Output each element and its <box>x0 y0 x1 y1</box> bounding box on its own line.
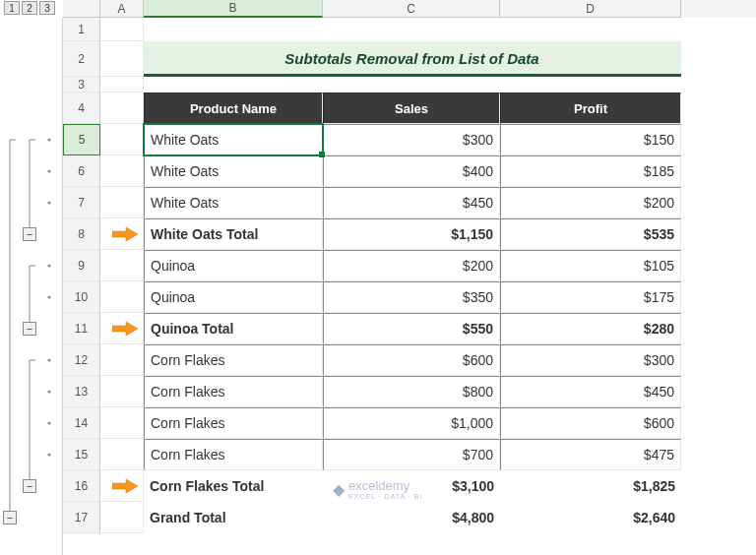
row-header-6[interactable]: 6 <box>63 155 100 187</box>
cell-sales-r10[interactable]: $350 <box>323 281 500 313</box>
cell-sales-r6[interactable]: $400 <box>323 155 500 187</box>
cell-sales-r13[interactable]: $800 <box>323 376 500 407</box>
outline-collapse-button-r17[interactable]: − <box>3 511 17 524</box>
cell-sales-r14[interactable]: $1,000 <box>323 407 500 439</box>
cell-sales-r7[interactable]: $450 <box>323 187 500 218</box>
column-header-A[interactable]: A <box>100 0 144 18</box>
row-header-11[interactable]: 11 <box>63 313 100 344</box>
header-sales[interactable]: Sales <box>323 92 500 124</box>
outline-level-toolbar: 1 2 3 <box>4 1 55 15</box>
cell-product-r17[interactable]: Grand Total <box>144 502 323 533</box>
cell-sales-r12[interactable]: $600 <box>323 344 500 376</box>
column-header-D[interactable]: D <box>500 0 681 18</box>
cell-product-r14[interactable]: Corn Flakes <box>144 407 323 439</box>
cell-A2[interactable] <box>100 41 144 77</box>
cell-product-r13[interactable]: Corn Flakes <box>144 376 323 407</box>
cell-profit-r16[interactable]: $1,825 <box>500 470 681 502</box>
svg-point-9 <box>48 265 51 268</box>
cell-profit-r8[interactable]: $535 <box>500 218 681 250</box>
outline-collapse-button-r11[interactable]: − <box>23 322 36 336</box>
cell-A9[interactable] <box>100 250 144 281</box>
cell-A17[interactable] <box>100 502 144 533</box>
cell-profit-r13[interactable]: $450 <box>500 376 681 407</box>
cell-profit-r15[interactable]: $475 <box>500 439 681 470</box>
svg-point-6 <box>48 202 51 205</box>
row-header-9[interactable]: 9 <box>63 250 100 281</box>
outline-collapse-button-r16[interactable]: − <box>23 479 36 493</box>
row-header-7[interactable]: 7 <box>63 187 100 218</box>
row-header-14[interactable]: 14 <box>63 407 100 439</box>
arrow-icon-r8 <box>112 227 138 241</box>
cell-product-r7[interactable]: White Oats <box>144 187 323 218</box>
arrow-icon-r11 <box>112 322 138 336</box>
cell-A1[interactable] <box>100 18 144 41</box>
cell-profit-r10[interactable]: $175 <box>500 281 681 313</box>
svg-point-13 <box>48 359 51 362</box>
outline-level-3-button[interactable]: 3 <box>39 1 55 15</box>
cell-profit-r5[interactable]: $150 <box>500 124 681 155</box>
outline-level-2-button[interactable]: 2 <box>22 1 37 15</box>
column-header-C[interactable]: C <box>323 0 500 18</box>
cell-profit-r7[interactable]: $200 <box>500 187 681 218</box>
cell-product-r11[interactable]: Quinoa Total <box>144 313 323 344</box>
row-header-8[interactable]: 8 <box>63 218 100 250</box>
outline-level-1-button[interactable]: 1 <box>4 1 20 15</box>
header-profit[interactable]: Profit <box>500 92 681 124</box>
svg-marker-18 <box>112 322 138 336</box>
row-header-15[interactable]: 15 <box>63 439 100 470</box>
arrow-icon-r16 <box>112 479 138 493</box>
cell-sales-r5[interactable]: $300 <box>323 124 500 155</box>
cell-product-r16[interactable]: Corn Flakes Total <box>144 470 323 502</box>
worksheet-grid[interactable]: Subtotals Removal from List of DataProdu… <box>100 18 756 555</box>
cell-product-r6[interactable]: White Oats <box>144 155 323 187</box>
outline-collapse-button-r8[interactable]: − <box>23 227 36 241</box>
row-header-10[interactable]: 10 <box>63 281 100 313</box>
cell-profit-r6[interactable]: $185 <box>500 155 681 187</box>
cell-sales-r9[interactable]: $200 <box>323 250 500 281</box>
cell-sales-r11[interactable]: $550 <box>323 313 500 344</box>
cell-profit-r12[interactable]: $300 <box>500 344 681 376</box>
title-cell[interactable]: Subtotals Removal from List of Data <box>144 41 681 77</box>
row-header-16[interactable]: 16 <box>63 470 100 502</box>
row-header-1[interactable]: 1 <box>63 18 100 41</box>
cell-A6[interactable] <box>100 155 144 187</box>
row-header-12[interactable]: 12 <box>63 344 100 376</box>
cell-A5[interactable] <box>100 124 144 155</box>
cell-A3[interactable] <box>100 77 144 92</box>
cell-A12[interactable] <box>100 344 144 376</box>
row-header-4[interactable]: 4 <box>63 92 100 124</box>
svg-point-15 <box>48 422 51 425</box>
cell-A13[interactable] <box>100 376 144 407</box>
row-header-3[interactable]: 3 <box>63 77 100 92</box>
cell-sales-r15[interactable]: $700 <box>323 439 500 470</box>
row-header-5[interactable]: 5 <box>63 124 100 155</box>
fill-handle[interactable] <box>319 152 325 157</box>
svg-point-5 <box>48 170 51 173</box>
cell-A7[interactable] <box>100 187 144 218</box>
cell-profit-r11[interactable]: $280 <box>500 313 681 344</box>
column-header-B[interactable]: B <box>144 0 323 18</box>
cell-product-r9[interactable]: Quinoa <box>144 250 323 281</box>
row-header-2[interactable]: 2 <box>63 41 100 77</box>
cell-A15[interactable] <box>100 439 144 470</box>
cell-sales-r17[interactable]: $4,800 <box>323 502 500 533</box>
cell-product-r15[interactable]: Corn Flakes <box>144 439 323 470</box>
cell-sales-r8[interactable]: $1,150 <box>323 218 500 250</box>
cell-product-r12[interactable]: Corn Flakes <box>144 344 323 376</box>
cell-profit-r9[interactable]: $105 <box>500 250 681 281</box>
svg-marker-17 <box>112 227 138 241</box>
cell-product-r8[interactable]: White Oats Total <box>144 218 323 250</box>
select-all-corner[interactable] <box>63 0 100 18</box>
cell-product-r10[interactable]: Quinoa <box>144 281 323 313</box>
cell-A14[interactable] <box>100 407 144 439</box>
cell-profit-r14[interactable]: $600 <box>500 407 681 439</box>
cell-product-r5[interactable]: White Oats <box>144 124 323 155</box>
watermark-brand: exceldemy <box>348 478 410 493</box>
header-product[interactable]: Product Name <box>144 92 323 124</box>
cell-profit-r17[interactable]: $2,640 <box>500 502 681 533</box>
cell-A10[interactable] <box>100 281 144 313</box>
cell-A4[interactable] <box>100 92 144 124</box>
outline-tree-lines <box>0 18 63 555</box>
row-header-13[interactable]: 13 <box>63 376 100 407</box>
row-header-17[interactable]: 17 <box>63 502 100 533</box>
